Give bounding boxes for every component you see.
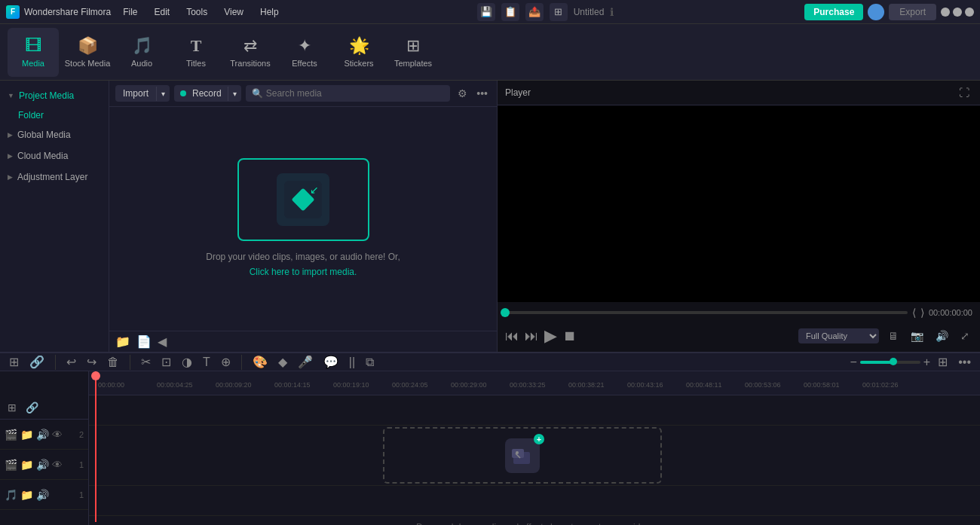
- mask-button[interactable]: ◑: [179, 353, 195, 371]
- delete-button[interactable]: 🗑: [104, 354, 122, 371]
- record-button[interactable]: Record: [186, 85, 228, 102]
- undo-button[interactable]: ↩: [63, 353, 79, 371]
- screen-record-icon-button[interactable]: 🖥: [885, 328, 902, 343]
- zoom-minus-button[interactable]: −: [850, 356, 857, 369]
- video-track-1-icon[interactable]: 🎬: [5, 459, 17, 471]
- title-bar: F Wondershare Filmora File Edit Tools Vi…: [0, 0, 980, 24]
- filter-icon-button[interactable]: ⚙: [455, 86, 470, 101]
- menu-help[interactable]: Help: [253, 5, 286, 19]
- video-track-2-volume[interactable]: 🔊: [36, 429, 49, 441]
- add-icon-button[interactable]: 📄: [136, 334, 152, 349]
- sidebar-item-adjustment-layer[interactable]: ▶ Adjustment Layer: [0, 166, 109, 188]
- save-icon-button[interactable]: 💾: [477, 3, 495, 21]
- voiceover-button[interactable]: 🎤: [295, 353, 316, 371]
- stickers-label: Stickers: [344, 59, 373, 68]
- zoom-control: − +: [850, 356, 931, 369]
- media-drop-zone[interactable]: ↙: [237, 158, 369, 241]
- add-folder-button[interactable]: 📁: [115, 334, 130, 349]
- sidebar-item-project-media[interactable]: ▼ Project Media: [0, 85, 109, 106]
- toolbar-media[interactable]: 🎞 Media: [8, 28, 59, 77]
- track-drop-zone[interactable]: +: [383, 427, 662, 484]
- zoom-slider[interactable]: [860, 361, 920, 364]
- more-icon-button[interactable]: •••: [473, 86, 491, 101]
- link-tracks-button[interactable]: 🔗: [23, 400, 41, 415]
- next-frame-button[interactable]: ⟩: [920, 307, 924, 319]
- video-track-1-volume[interactable]: 🔊: [36, 459, 49, 471]
- video-track-1-eye[interactable]: 👁: [52, 459, 63, 471]
- import-dropdown-arrow[interactable]: ▾: [156, 87, 170, 101]
- menu-tools[interactable]: Tools: [179, 5, 215, 19]
- import-link[interactable]: Click here to import media.: [250, 267, 357, 277]
- progress-bar[interactable]: [505, 311, 908, 314]
- share-icon-button[interactable]: 📤: [525, 3, 544, 21]
- quality-select[interactable]: Full Quality Half Quality Quarter Qualit…: [798, 328, 879, 343]
- collapse-button[interactable]: ◀: [158, 334, 167, 349]
- plus-circle-icon: +: [534, 434, 544, 444]
- toolbar-titles[interactable]: T Titles: [170, 28, 222, 77]
- close-button[interactable]: [965, 8, 974, 17]
- video-track-2-icon[interactable]: 🎬: [5, 429, 17, 441]
- volume-icon-button[interactable]: 🔊: [933, 328, 951, 343]
- color-button[interactable]: 🎨: [250, 353, 271, 371]
- expand-icon-button[interactable]: ⤢: [957, 328, 972, 343]
- play-button[interactable]: ▶: [544, 326, 557, 346]
- player-fullscreen-button[interactable]: ⛶: [956, 85, 972, 100]
- forward-button[interactable]: ⏭: [525, 328, 538, 344]
- purchase-button[interactable]: Purchase: [804, 4, 863, 20]
- toolbar-transitions[interactable]: ⇄ Transitions: [225, 28, 276, 77]
- toolbar-templates[interactable]: ⊞ Templates: [387, 28, 439, 77]
- maximize-button[interactable]: [953, 8, 962, 17]
- more-timeline-button[interactable]: ⊞: [935, 353, 951, 371]
- menu-edit[interactable]: Edit: [147, 5, 178, 19]
- toolbar-effects[interactable]: ✦ Effects: [279, 28, 330, 77]
- audio-track-1-lock[interactable]: 📁: [20, 489, 33, 501]
- snapshot-icon-button[interactable]: 📷: [908, 328, 926, 343]
- timeline-add-button[interactable]: ⊞: [6, 353, 22, 371]
- search-input[interactable]: [266, 88, 445, 99]
- prev-frame-button[interactable]: ⟨: [912, 307, 916, 319]
- media-content: ↙ Drop your video clips, images, or audi…: [109, 107, 497, 331]
- zoom-plus-button[interactable]: +: [923, 356, 930, 369]
- sidebar-item-folder[interactable]: Folder: [0, 106, 109, 124]
- rewind-button[interactable]: ⏮: [505, 328, 519, 344]
- stop-button[interactable]: ⏹: [563, 328, 577, 344]
- template-icon-button[interactable]: 📋: [501, 3, 519, 21]
- timeline-options-button[interactable]: •••: [955, 354, 974, 371]
- minimize-button[interactable]: [941, 8, 950, 17]
- project-title: Untitled: [574, 7, 605, 17]
- toolbar-stock-media[interactable]: 📦 Stock Media: [62, 28, 113, 77]
- progress-handle[interactable]: [501, 308, 510, 317]
- menu-view[interactable]: View: [216, 5, 251, 19]
- split-button[interactable]: ||: [346, 354, 358, 371]
- timeline-link-button[interactable]: 🔗: [26, 353, 47, 371]
- audio-track-1-icon[interactable]: 🎵: [5, 489, 17, 501]
- video-track-2-eye[interactable]: 👁: [52, 429, 63, 441]
- video-track-1-lock[interactable]: 📁: [20, 459, 33, 471]
- toolbar-stickers[interactable]: 🌟 Stickers: [333, 28, 384, 77]
- menu-file[interactable]: File: [115, 5, 145, 19]
- subtitle-button[interactable]: 💬: [320, 353, 341, 371]
- export-button[interactable]: Export: [889, 4, 936, 20]
- keyframe-button[interactable]: ◆: [275, 353, 290, 371]
- filmora-icon: ↙: [277, 173, 329, 226]
- add-track-button[interactable]: ⊞: [5, 400, 20, 415]
- sidebar-item-cloud-media[interactable]: ▶ Cloud Media: [0, 145, 109, 166]
- player-progress: ⟨ ⟩ 00:00:00:00: [498, 302, 980, 323]
- record-dropdown-arrow[interactable]: ▾: [228, 87, 241, 101]
- transform-button[interactable]: ⊕: [218, 353, 234, 371]
- grid-icon-button[interactable]: ⊞: [550, 3, 568, 21]
- pip-button[interactable]: ⧉: [363, 354, 377, 371]
- crop-button[interactable]: ⊡: [158, 353, 174, 371]
- user-avatar[interactable]: [868, 4, 884, 20]
- stock-media-label: Stock Media: [65, 59, 111, 68]
- import-button[interactable]: Import: [115, 85, 156, 102]
- audio-track-1-volume[interactable]: 🔊: [36, 489, 49, 501]
- zoom-handle[interactable]: [890, 358, 897, 365]
- cut-button[interactable]: ✂: [138, 353, 154, 371]
- sidebar-item-global-media[interactable]: ▶ Global Media: [0, 124, 109, 145]
- video-track-2-lock[interactable]: 📁: [20, 429, 33, 441]
- redo-button[interactable]: ↪: [84, 353, 100, 371]
- text-button[interactable]: T: [200, 354, 213, 371]
- toolbar-audio[interactable]: 🎵 Audio: [116, 28, 167, 77]
- player-time: 00:00:00:00: [929, 308, 972, 317]
